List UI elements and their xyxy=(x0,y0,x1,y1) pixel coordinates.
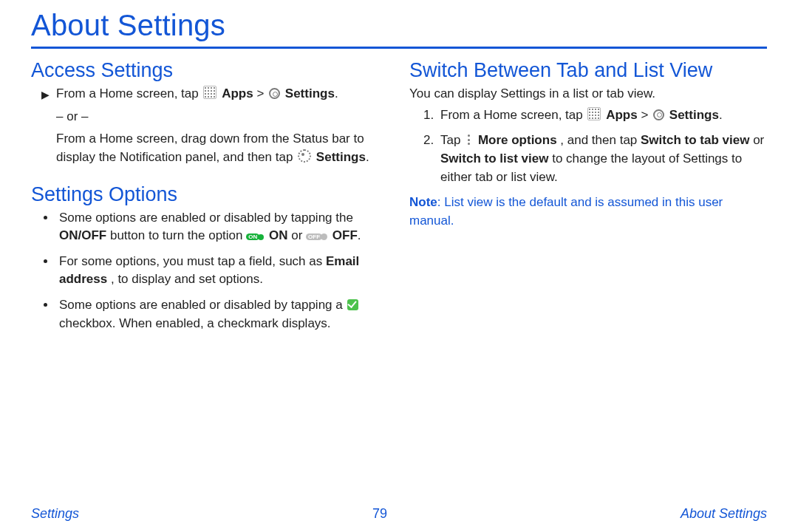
switch-view-section: Switch Between Tab and List View You can… xyxy=(409,59,767,230)
more-options-icon xyxy=(466,134,473,146)
checkbox-checked-icon xyxy=(347,299,358,310)
two-column-layout: Access Settings ▶ From a Home screen, ta… xyxy=(31,59,767,349)
switch-view-heading: Switch Between Tab and List View xyxy=(409,59,767,82)
more-options-label: More options xyxy=(478,133,557,147)
page-footer: Settings 79 About Settings xyxy=(0,506,798,522)
footer-left: Settings xyxy=(31,506,79,522)
settings-target-icon-2 xyxy=(653,109,664,120)
page-title: About Settings xyxy=(31,9,767,42)
gt-separator-1: > xyxy=(256,86,267,100)
period-4: . xyxy=(719,108,723,122)
b1-text-c: or xyxy=(291,228,306,242)
apps-label-2: Apps xyxy=(606,108,638,122)
access-alt-text: From a Home screen, drag down from the S… xyxy=(31,130,389,166)
apps-grid-icon-2 xyxy=(587,107,601,120)
onoff-label: ON/OFF xyxy=(59,228,106,242)
switch-step-1: From a Home screen, tap Apps > Settings. xyxy=(437,106,767,125)
on-switch-icon: ON xyxy=(246,233,259,240)
document-page: About Settings Access Settings ▶ From a … xyxy=(0,0,798,532)
off-label: OFF xyxy=(332,228,358,242)
on-label: ON xyxy=(269,228,288,242)
s2-text-b: , and then tap xyxy=(560,133,641,147)
gt-separator-2: > xyxy=(641,108,652,122)
switch-view-intro: You can display Settings in a list or ta… xyxy=(409,85,767,103)
b1-text-a: Some options are enabled or disabled by … xyxy=(59,211,353,225)
option-bullet-2: For some options, you must tap a field, … xyxy=(56,253,389,289)
settings-label-3: Settings xyxy=(669,108,719,122)
title-rule xyxy=(31,47,767,49)
switch-to-list-label: Switch to list view xyxy=(440,151,548,166)
period-1: . xyxy=(335,86,338,100)
settings-options-heading: Settings Options xyxy=(31,183,389,206)
off-switch-icon: OFF xyxy=(306,233,322,240)
b3-text-a: Some options are enabled or disabled by … xyxy=(59,298,346,312)
left-column: Access Settings ▶ From a Home screen, ta… xyxy=(31,59,389,349)
note-text: : List view is the default and is assume… xyxy=(409,195,723,228)
b3-text-b: checkbox. When enabled, a checkmark disp… xyxy=(59,316,331,330)
settings-target-icon xyxy=(269,88,280,99)
switch-to-tab-label: Switch to tab view xyxy=(641,133,749,147)
footer-right: About Settings xyxy=(681,506,767,522)
switch-step-2: Tap More options , and then tap Switch t… xyxy=(437,132,767,186)
period-3: . xyxy=(358,228,361,242)
access-settings-section: Access Settings ▶ From a Home screen, ta… xyxy=(31,59,389,167)
b2-text-a: For some options, you must tap a field, … xyxy=(59,254,326,268)
s2-text-a: Tap xyxy=(440,133,464,147)
right-column: Switch Between Tab and List View You can… xyxy=(409,59,767,349)
switch-view-steps: From a Home screen, tap Apps > Settings.… xyxy=(409,106,767,187)
period-2: . xyxy=(366,150,369,164)
apps-label: Apps xyxy=(222,86,253,100)
settings-label-1: Settings xyxy=(285,86,335,100)
note-label: Note xyxy=(409,195,437,209)
option-bullet-3: Some options are enabled or disabled by … xyxy=(56,296,389,332)
s1-text-a: From a Home screen, tap xyxy=(440,108,586,122)
settings-label-2: Settings xyxy=(316,150,366,164)
access-text-1: From a Home screen, tap xyxy=(56,86,202,100)
access-settings-heading: Access Settings xyxy=(31,59,389,82)
b1-text-b: button to turn the option xyxy=(110,228,246,242)
apps-grid-icon xyxy=(203,86,216,99)
note-paragraph: Note: List view is the default and is as… xyxy=(409,194,767,230)
footer-page-number: 79 xyxy=(372,506,387,522)
option-bullet-1: Some options are enabled or disabled by … xyxy=(56,209,389,245)
settings-options-list: Some options are enabled or disabled by … xyxy=(31,209,389,333)
play-arrow-icon: ▶ xyxy=(41,87,50,102)
access-step: ▶ From a Home screen, tap Apps > Setting… xyxy=(31,85,389,103)
or-separator: – or – xyxy=(31,108,389,126)
settings-options-section: Settings Options Some options are enable… xyxy=(31,183,389,333)
settings-gear-icon xyxy=(298,149,311,163)
b2-text-b: , to display and set options. xyxy=(111,272,263,286)
s2-text-c: or xyxy=(753,133,764,147)
